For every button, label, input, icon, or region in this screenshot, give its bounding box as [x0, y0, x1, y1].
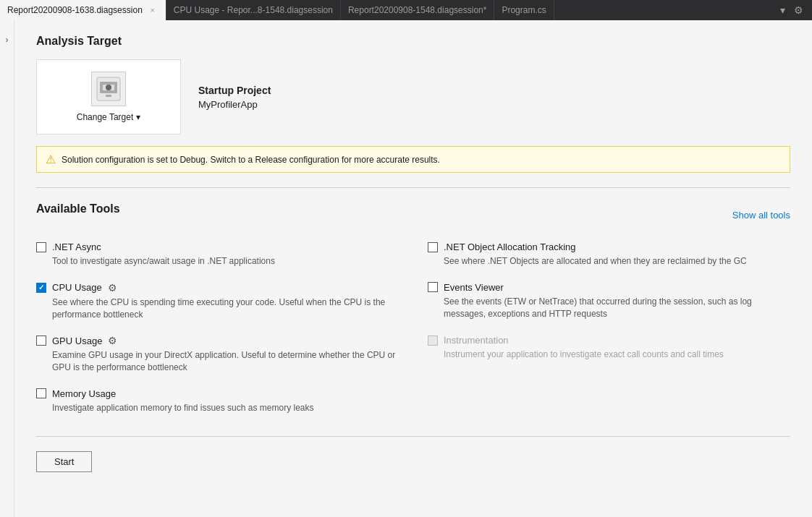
sidebar-toggle[interactable]: › — [0, 20, 14, 517]
events-viewer-checkbox[interactable] — [428, 282, 438, 292]
tool-header: CPU Usage ⚙ — [36, 282, 399, 294]
events-viewer-name: Events Viewer — [444, 282, 504, 293]
tool-header: Memory Usage — [36, 388, 399, 399]
dotnet-object-alloc-desc: See where .NET Objects are allocated and… — [444, 255, 790, 268]
dotnet-object-alloc-checkbox[interactable] — [428, 242, 438, 252]
tool-item-memory-usage: Memory Usage Investigate application mem… — [36, 388, 399, 414]
cpu-usage-checkbox[interactable] — [36, 283, 46, 293]
warning-banner: ⚠ Solution configuration is set to Debug… — [36, 146, 790, 173]
tab-program-cs[interactable]: Program.cs — [494, 0, 554, 20]
tool-header: .NET Object Allocation Tracking — [428, 242, 790, 252]
dotnet-async-desc: Tool to investigate async/await usage in… — [52, 255, 399, 268]
profiler-icon — [91, 72, 126, 106]
project-type-label: Startup Project — [198, 85, 271, 96]
start-button[interactable]: Start — [36, 451, 92, 472]
tool-item-events-viewer: Events Viewer See the events (ETW or Net… — [428, 282, 790, 321]
main-content: Analysis Target Change Target ▾ — [14, 20, 812, 517]
dropdown-arrow-icon: ▾ — [136, 112, 140, 122]
cpu-usage-desc: See where the CPU is spending time execu… — [52, 296, 399, 321]
tab-report-1638[interactable]: Report20200908-1638.diagsession × — [0, 0, 166, 20]
warning-icon: ⚠ — [46, 153, 56, 166]
analysis-target-section: Analysis Target Change Target ▾ — [36, 35, 790, 173]
tool-header: .NET Async — [36, 242, 399, 252]
gpu-usage-name: GPU Usage — [52, 336, 102, 346]
dotnet-object-alloc-name: .NET Object Allocation Tracking — [444, 242, 576, 252]
memory-usage-name: Memory Usage — [52, 388, 116, 399]
tool-header: GPU Usage ⚙ — [36, 335, 399, 346]
instrumentation-name: Instrumentation — [444, 335, 509, 346]
tab-dropdown-icon[interactable]: ▾ — [777, 3, 788, 17]
show-all-tools-link[interactable]: Show all tools — [732, 210, 790, 221]
events-viewer-desc: See the events (ETW or NetTrace) that oc… — [444, 296, 790, 320]
cpu-usage-gear-icon[interactable]: ⚙ — [108, 282, 117, 294]
tool-item-instrumentation: Instrumentation Instrument your applicat… — [428, 335, 790, 374]
settings-icon[interactable]: ⚙ — [791, 3, 806, 17]
tab-close-icon[interactable]: × — [147, 4, 158, 16]
memory-usage-desc: Investigate application memory to find i… — [52, 402, 399, 414]
memory-usage-checkbox[interactable] — [36, 388, 46, 398]
tab-report-1548[interactable]: Report20200908-1548.diagsession* — [341, 0, 494, 20]
change-target-button[interactable]: Change Target ▾ — [36, 59, 181, 134]
cpu-usage-name: CPU Usage — [52, 282, 102, 293]
analysis-target-title: Analysis Target — [36, 35, 790, 48]
gpu-usage-checkbox[interactable] — [36, 336, 46, 346]
target-row: Change Target ▾ Startup Project MyProfil… — [36, 59, 790, 134]
section-divider — [36, 187, 790, 188]
available-tools-section: Available Tools Show all tools .NET Asyn… — [36, 202, 790, 429]
tab-label: CPU Usage - Repor...8-1548.diagsession — [174, 5, 333, 15]
tab-label: Program.cs — [502, 5, 546, 15]
project-name-label: MyProfilerApp — [198, 99, 271, 110]
tools-grid: .NET Async Tool to investigate async/awa… — [36, 242, 790, 429]
tools-header: Available Tools Show all tools — [36, 202, 790, 227]
tool-header: Instrumentation — [428, 335, 790, 346]
instrumentation-checkbox — [428, 336, 438, 346]
tool-item-cpu-usage: CPU Usage ⚙ See where the CPU is spendin… — [36, 282, 399, 321]
tab-label: Report20200908-1548.diagsession* — [348, 5, 486, 15]
tab-bar: Report20200908-1638.diagsession × CPU Us… — [0, 0, 812, 20]
change-target-label: Change Target ▾ — [77, 112, 141, 122]
instrumentation-desc: Instrument your application to investiga… — [444, 349, 790, 361]
available-tools-title: Available Tools — [36, 202, 120, 215]
tool-item-gpu-usage: GPU Usage ⚙ Examine GPU usage in your Di… — [36, 335, 399, 374]
start-section: Start — [36, 436, 790, 472]
svg-rect-4 — [106, 95, 111, 97]
svg-point-3 — [106, 85, 111, 90]
dotnet-async-name: .NET Async — [52, 242, 101, 252]
tab-label: Report20200908-1638.diagsession — [7, 5, 143, 15]
gpu-usage-desc: Examine GPU usage in your DirectX applic… — [52, 349, 399, 374]
tool-item-dotnet-object-alloc: .NET Object Allocation Tracking See wher… — [428, 242, 790, 268]
target-info: Startup Project MyProfilerApp — [198, 85, 271, 110]
gpu-usage-gear-icon[interactable]: ⚙ — [108, 335, 117, 346]
tab-cpu-usage[interactable]: CPU Usage - Repor...8-1548.diagsession — [166, 0, 341, 20]
dotnet-async-checkbox[interactable] — [36, 242, 46, 252]
tool-header: Events Viewer — [428, 282, 790, 293]
warning-text: Solution configuration is set to Debug. … — [62, 155, 440, 165]
tool-item-dotnet-async: .NET Async Tool to investigate async/awa… — [36, 242, 399, 268]
